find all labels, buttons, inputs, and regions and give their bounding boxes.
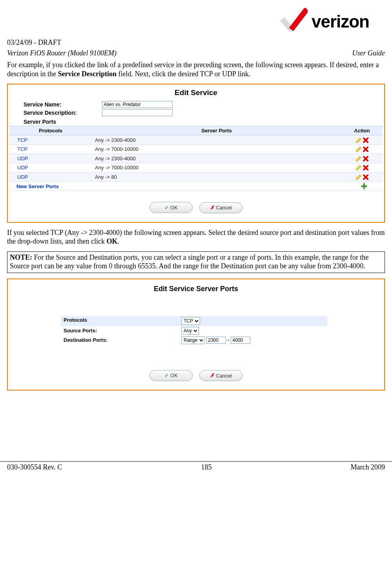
delete-icon[interactable]	[363, 137, 369, 143]
service-name-row: Service Name:	[9, 101, 383, 108]
server-ports-label: Server Ports	[9, 119, 383, 125]
edit-icon[interactable]	[356, 174, 362, 180]
footer-page: 185	[201, 463, 211, 471]
delete-icon[interactable]	[363, 156, 369, 162]
edit-icon[interactable]	[356, 137, 362, 143]
edit-icon[interactable]	[356, 146, 362, 152]
note-box: NOTE: For the Source and Destination por…	[7, 251, 385, 273]
source-ports-select[interactable]: Any	[181, 327, 199, 335]
ok-button[interactable]: ✓OK	[150, 202, 193, 213]
edit-service-panel: Edit Service Service Name: Service Descr…	[7, 84, 385, 223]
source-ports-row: Source Ports: Any	[60, 326, 327, 336]
table-row: TCPAny -> 2300-4000	[9, 136, 383, 145]
service-name-label: Service Name:	[24, 101, 102, 108]
intro-paragraph: For example, if you clicked the link of …	[7, 60, 385, 78]
footer-left: 030-300554 Rev. C	[7, 463, 62, 471]
second-paragraph: If you selected TCP (Any -> 2300-4000) t…	[7, 228, 385, 246]
dest-to-input[interactable]	[231, 337, 250, 344]
table-row: UDPAny -> 80	[9, 172, 383, 182]
edit-server-ports-panel: Edit Service Server Ports Protocols TCP …	[7, 279, 385, 391]
add-icon[interactable]	[361, 183, 367, 189]
model-name: Verizon FiOS Router (Model 9100EM)	[7, 49, 117, 57]
ok-button-2[interactable]: ✓OK	[150, 370, 193, 381]
ports-cell: Any -> 7000-10000	[92, 163, 341, 172]
server-ports-table: Protocols Server Ports Action TCPAny -> …	[9, 126, 383, 191]
protocol-link[interactable]: UDP	[9, 172, 92, 182]
dest-ports-row: Destination Ports: Range -	[60, 336, 327, 345]
col-protocols: Protocols	[9, 126, 92, 136]
protocols-label: Protocols	[64, 317, 181, 325]
title-row: Verizon FiOS Router (Model 9100EM) User …	[7, 49, 385, 57]
x-icon: ✗	[210, 372, 214, 379]
cancel-button[interactable]: ✗Cancel	[199, 202, 242, 213]
button-row: ✓OK ✗Cancel	[9, 191, 383, 220]
draft-line: 03/24/09 - DRAFT	[7, 38, 385, 47]
ports-cell: Any -> 7000-10000	[92, 145, 341, 154]
verizon-check-icon	[280, 8, 308, 31]
brand-text: verizon	[312, 12, 369, 31]
dest-from-input[interactable]	[206, 337, 226, 344]
page-footer: 030-300554 Rev. C 185 March 2009	[0, 462, 392, 479]
table-row: UDPAny -> 7000-10000	[9, 163, 383, 172]
table-row: UDPAny -> 2300-4000	[9, 154, 383, 163]
protocol-select[interactable]: TCP	[181, 317, 200, 325]
dash: -	[228, 337, 229, 343]
verizon-logo: verizon	[280, 8, 369, 31]
guide-label: User Guide	[352, 49, 385, 57]
service-name-input[interactable]	[102, 101, 173, 108]
ports-cell: Any -> 2300-4000	[92, 136, 341, 145]
new-server-ports-link[interactable]: New Server Ports	[9, 182, 92, 191]
panel-title: Edit Service	[9, 86, 383, 101]
footer-date: March 2009	[351, 463, 385, 471]
protocol-link[interactable]: TCP	[9, 136, 92, 145]
service-desc-label: Service Description:	[24, 110, 102, 116]
x-icon: ✗	[210, 205, 214, 211]
delete-icon[interactable]	[363, 174, 369, 180]
button-row-2: ✓OK ✗Cancel	[9, 359, 383, 389]
logo-area: verizon	[7, 8, 385, 31]
cancel-button-2[interactable]: ✗Cancel	[199, 370, 242, 381]
panel2-title: Edit Service Server Ports	[9, 281, 383, 300]
col-action: Action	[341, 126, 383, 136]
delete-icon[interactable]	[363, 165, 369, 171]
service-desc-row: Service Description:	[9, 109, 383, 116]
check-icon: ✓	[164, 205, 169, 211]
table-row: TCPAny -> 7000-10000	[9, 145, 383, 154]
dest-ports-label: Destination Ports:	[64, 337, 181, 343]
dest-ports-select[interactable]: Range	[181, 336, 205, 344]
delete-icon[interactable]	[363, 146, 369, 152]
edit-icon[interactable]	[356, 165, 362, 171]
source-ports-label: Source Ports:	[64, 328, 181, 334]
protocol-link[interactable]: UDP	[9, 154, 92, 163]
protocol-link[interactable]: UDP	[9, 163, 92, 172]
col-server-ports: Server Ports	[92, 126, 341, 136]
protocols-row: Protocols TCP	[60, 316, 327, 326]
edit-icon[interactable]	[356, 156, 362, 162]
protocol-link[interactable]: TCP	[9, 145, 92, 154]
new-server-ports-row: New Server Ports	[9, 182, 383, 191]
ports-cell: Any -> 2300-4000	[92, 154, 341, 163]
check-icon: ✓	[164, 372, 169, 378]
ports-cell: Any -> 80	[92, 172, 341, 182]
service-desc-input[interactable]	[102, 109, 173, 116]
